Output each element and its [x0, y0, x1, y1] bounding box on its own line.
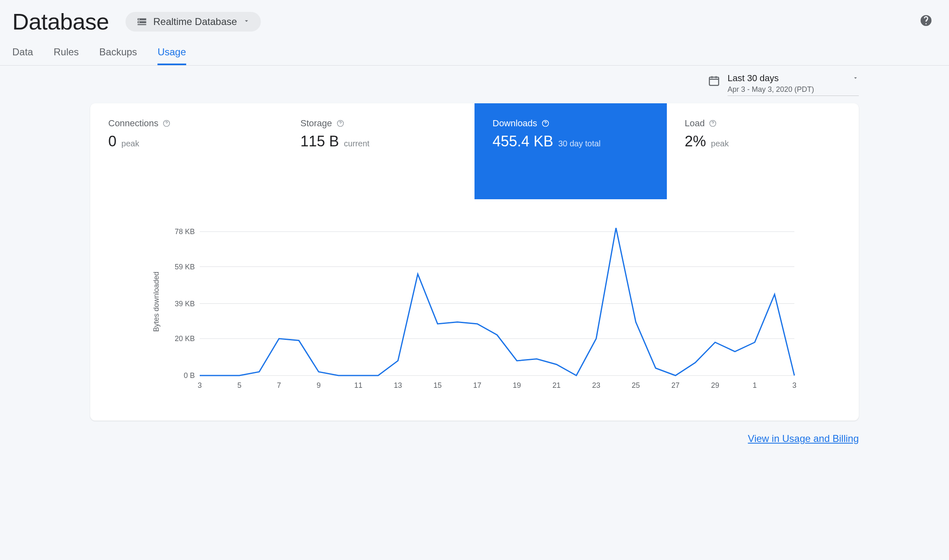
tab-backups[interactable]: Backups [99, 46, 137, 65]
metric-connections-title: Connections [108, 118, 158, 129]
svg-point-0 [139, 19, 139, 20]
svg-text:5: 5 [237, 381, 242, 389]
downloads-chart: Bytes downloaded0 B20 KB39 KB59 KB78 KB3… [142, 224, 807, 396]
svg-text:1: 1 [753, 381, 757, 389]
metric-downloads[interactable]: Downloads 455.4 KB 30 day total [474, 103, 667, 199]
database-selector[interactable]: Realtime Database [125, 12, 261, 32]
svg-text:59 KB: 59 KB [175, 263, 195, 271]
tab-data[interactable]: Data [12, 46, 33, 65]
chevron-down-icon [243, 17, 250, 26]
metric-load-title: Load [685, 118, 705, 129]
svg-text:23: 23 [592, 381, 600, 389]
help-circle-icon[interactable] [709, 119, 717, 127]
metric-storage[interactable]: Storage 115 B current [283, 103, 475, 199]
metric-downloads-value: 455.4 KB [493, 133, 553, 150]
svg-text:3: 3 [792, 381, 796, 389]
metric-connections[interactable]: Connections 0 peak [90, 103, 283, 199]
svg-text:9: 9 [317, 381, 321, 389]
calendar-icon [708, 75, 720, 89]
help-circle-icon[interactable] [336, 119, 344, 127]
svg-text:0 B: 0 B [184, 371, 195, 380]
svg-text:25: 25 [632, 381, 640, 389]
database-selector-label: Realtime Database [153, 16, 237, 27]
svg-rect-2 [709, 77, 719, 85]
date-range-label: Last 30 days [728, 73, 779, 84]
metric-downloads-title: Downloads [493, 118, 537, 129]
svg-text:78 KB: 78 KB [175, 228, 195, 236]
svg-point-1 [139, 22, 139, 23]
tabs: Data Rules Backups Usage [0, 39, 949, 66]
svg-text:13: 13 [394, 381, 402, 389]
metric-load-suffix: peak [711, 139, 729, 148]
svg-text:11: 11 [354, 381, 363, 389]
tab-usage[interactable]: Usage [157, 46, 186, 65]
metric-connections-suffix: peak [121, 139, 139, 148]
svg-text:3: 3 [198, 381, 202, 389]
usage-card: Connections 0 peak Storage 115 B current [90, 103, 859, 421]
metric-connections-value: 0 [108, 133, 116, 150]
metric-downloads-suffix: 30 day total [558, 139, 600, 148]
svg-text:15: 15 [433, 381, 442, 389]
metric-storage-suffix: current [344, 139, 370, 148]
date-range-sub: Apr 3 - May 3, 2020 (PDT) [728, 85, 859, 94]
help-icon[interactable] [919, 14, 933, 29]
metric-storage-value: 115 B [301, 133, 339, 150]
metric-storage-title: Storage [301, 118, 332, 129]
database-icon [136, 16, 148, 27]
help-circle-icon[interactable] [162, 119, 171, 127]
svg-text:21: 21 [552, 381, 561, 389]
metric-load[interactable]: Load 2% peak [667, 103, 859, 199]
svg-text:7: 7 [277, 381, 281, 389]
svg-text:20 KB: 20 KB [175, 335, 195, 343]
metric-load-value: 2% [685, 133, 706, 150]
svg-text:17: 17 [473, 381, 481, 389]
svg-text:Bytes downloaded: Bytes downloaded [152, 271, 160, 332]
svg-text:29: 29 [711, 381, 719, 389]
date-range-selector[interactable]: Last 30 days Apr 3 - May 3, 2020 (PDT) [728, 73, 859, 96]
svg-text:19: 19 [513, 381, 521, 389]
view-usage-billing-link[interactable]: View in Usage and Billing [748, 433, 859, 444]
tab-rules[interactable]: Rules [54, 46, 79, 65]
svg-text:39 KB: 39 KB [175, 300, 195, 308]
chevron-down-icon [852, 73, 859, 84]
page-title: Database [12, 8, 109, 35]
help-circle-icon[interactable] [541, 119, 550, 127]
svg-text:27: 27 [671, 381, 680, 389]
